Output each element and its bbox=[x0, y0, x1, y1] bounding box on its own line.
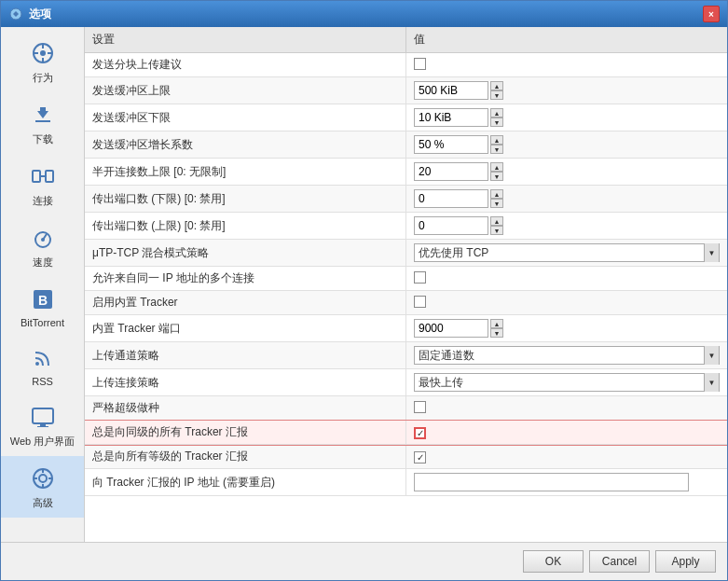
sidebar-label-rss: RSS bbox=[32, 376, 53, 387]
spinbox-up-outgoing-port-upper[interactable]: ▲ bbox=[490, 216, 503, 226]
spinbox-outgoing-port-lower[interactable]: ▲▼ bbox=[414, 189, 720, 208]
row-label-enable-builtin-tracker: 启用内置 Tracker bbox=[85, 291, 406, 315]
spinbox-up-half-open-limit[interactable]: ▲ bbox=[490, 162, 503, 172]
table-row: 发送分块上传建议 bbox=[85, 53, 727, 77]
text-input-tracker-ip[interactable] bbox=[414, 473, 689, 491]
spinbox-down-send-buf-max[interactable]: ▼ bbox=[490, 90, 503, 100]
ok-button[interactable]: OK bbox=[523, 550, 584, 573]
dropdown-text-upload-choking-strategy: 最快上传 bbox=[415, 374, 704, 392]
table-header-row: 设置 值 bbox=[85, 27, 727, 53]
dropdown-upload-choking-strategy[interactable]: 最快上传▼ bbox=[414, 373, 720, 392]
sidebar-icon-behavior bbox=[28, 38, 58, 68]
spinbox-down-send-buf-factor[interactable]: ▼ bbox=[490, 145, 503, 154]
sidebar-item-web-ui[interactable]: Web 用户界面 bbox=[1, 394, 84, 456]
row-value-utp-tcp-mixed[interactable]: 优先使用 TCP▼ bbox=[406, 240, 728, 267]
checkbox-allow-same-ip[interactable] bbox=[414, 271, 426, 284]
spinbox-half-open-limit[interactable]: ▲▼ bbox=[414, 162, 720, 181]
row-value-half-open-limit[interactable]: ▲▼ bbox=[406, 159, 728, 186]
settings-table-container[interactable]: 设置 值 发送分块上传建议发送缓冲区上限▲▼发送缓冲区下限▲▼发送缓冲区增长系数… bbox=[85, 27, 727, 542]
spinbox-up-outgoing-port-lower[interactable]: ▲ bbox=[490, 189, 503, 199]
row-label-half-open-limit: 半开连接数上限 [0: 无限制] bbox=[85, 159, 406, 186]
row-value-outgoing-port-upper[interactable]: ▲▼ bbox=[406, 213, 728, 240]
row-value-builtin-tracker-port[interactable]: ▲▼ bbox=[406, 315, 728, 342]
row-label-upload-slots-strategy: 上传通道策略 bbox=[85, 342, 406, 369]
spinbox-up-builtin-tracker-port[interactable]: ▲ bbox=[490, 319, 503, 328]
spinbox-up-send-buf-min[interactable]: ▲ bbox=[490, 108, 503, 118]
sidebar-item-download[interactable]: 下载 bbox=[1, 92, 84, 154]
spinbox-down-half-open-limit[interactable]: ▼ bbox=[490, 172, 503, 181]
checkbox-tracker-report-all-tier[interactable] bbox=[414, 451, 426, 463]
dropdown-arrow-upload-slots-strategy[interactable]: ▼ bbox=[704, 346, 719, 365]
apply-button[interactable]: Apply bbox=[655, 550, 716, 573]
checkbox-tracker-report-same-tier[interactable] bbox=[414, 427, 426, 439]
sidebar-item-speed[interactable]: 速度 bbox=[1, 215, 84, 277]
row-label-outgoing-port-lower: 传出端口数 (下限) [0: 禁用] bbox=[85, 186, 406, 213]
sidebar-item-behavior[interactable]: 行为 bbox=[1, 31, 84, 92]
svg-rect-3 bbox=[42, 44, 44, 48]
row-value-tracker-report-same-tier bbox=[406, 421, 728, 445]
spinbox-down-outgoing-port-lower[interactable]: ▼ bbox=[490, 199, 503, 208]
table-row: 允许来自同一 IP 地址的多个连接 bbox=[85, 267, 727, 291]
table-row: 启用内置 Tracker bbox=[85, 291, 727, 315]
spinbox-up-send-buf-max[interactable]: ▲ bbox=[490, 81, 503, 90]
sidebar-item-rss[interactable]: RSS bbox=[1, 336, 84, 394]
spinbox-down-builtin-tracker-port[interactable]: ▼ bbox=[490, 328, 503, 338]
sidebar-label-connection: 连接 bbox=[33, 194, 53, 208]
window-icon bbox=[8, 7, 23, 21]
row-value-send-buf-max[interactable]: ▲▼ bbox=[406, 77, 728, 104]
footer: OK Cancel Apply bbox=[1, 542, 727, 580]
sidebar-icon-download bbox=[28, 100, 58, 130]
dropdown-arrow-upload-choking-strategy[interactable]: ▼ bbox=[704, 373, 719, 392]
sidebar-icon-advanced bbox=[28, 463, 58, 493]
spinbox-input-send-buf-min[interactable] bbox=[414, 108, 488, 127]
row-value-upload-slots-strategy[interactable]: 固定通道数▼ bbox=[406, 342, 728, 369]
svg-rect-20 bbox=[37, 426, 48, 427]
checkbox-enable-builtin-tracker[interactable] bbox=[414, 296, 426, 308]
dropdown-utp-tcp-mixed[interactable]: 优先使用 TCP▼ bbox=[414, 243, 720, 262]
sidebar-item-connection[interactable]: 连接 bbox=[1, 154, 84, 215]
spinbox-up-send-buf-factor[interactable]: ▲ bbox=[490, 135, 503, 145]
checkbox-strict-super-seeding[interactable] bbox=[414, 401, 426, 413]
checkbox-send-block-suggest[interactable] bbox=[414, 58, 426, 70]
sidebar-item-bittorrent[interactable]: BBitTorrent bbox=[1, 277, 84, 336]
cancel-button[interactable]: Cancel bbox=[589, 550, 650, 573]
dropdown-text-upload-slots-strategy: 固定通道数 bbox=[415, 347, 704, 365]
row-value-allow-same-ip bbox=[406, 267, 728, 291]
spinbox-outgoing-port-upper[interactable]: ▲▼ bbox=[414, 216, 720, 235]
row-value-upload-choking-strategy[interactable]: 最快上传▼ bbox=[406, 369, 728, 396]
spinbox-input-half-open-limit[interactable] bbox=[414, 162, 488, 181]
spinbox-down-outgoing-port-upper[interactable]: ▼ bbox=[490, 226, 503, 235]
svg-point-17 bbox=[35, 362, 39, 366]
row-value-tracker-ip[interactable] bbox=[406, 469, 728, 496]
svg-rect-18 bbox=[33, 408, 53, 423]
spinbox-builtin-tracker-port[interactable]: ▲▼ bbox=[414, 319, 720, 338]
spinbox-input-send-buf-factor[interactable] bbox=[414, 135, 488, 154]
svg-rect-4 bbox=[42, 58, 44, 62]
row-label-send-buf-max: 发送缓冲区上限 bbox=[85, 77, 406, 104]
spinbox-send-buf-max[interactable]: ▲▼ bbox=[414, 81, 720, 100]
spinbox-input-builtin-tracker-port[interactable] bbox=[414, 319, 488, 338]
row-value-send-buf-min[interactable]: ▲▼ bbox=[406, 104, 728, 131]
spinbox-input-outgoing-port-lower[interactable] bbox=[414, 189, 488, 208]
dropdown-text-utp-tcp-mixed: 优先使用 TCP bbox=[415, 244, 704, 262]
row-value-send-buf-factor[interactable]: ▲▼ bbox=[406, 131, 728, 159]
spinbox-down-send-buf-min[interactable]: ▼ bbox=[490, 118, 503, 127]
svg-rect-5 bbox=[34, 52, 38, 54]
table-row: 总是向所有等级的 Tracker 汇报 bbox=[85, 445, 727, 469]
sidebar-label-behavior: 行为 bbox=[33, 71, 53, 85]
sidebar-label-speed: 速度 bbox=[33, 256, 53, 270]
spinbox-send-buf-factor[interactable]: ▲▼ bbox=[414, 135, 720, 154]
row-label-utp-tcp-mixed: μTP-TCP 混合模式策略 bbox=[85, 240, 406, 267]
title-bar: 选项 × bbox=[1, 1, 727, 27]
spinbox-input-outgoing-port-upper[interactable] bbox=[414, 216, 488, 235]
svg-rect-19 bbox=[40, 423, 46, 426]
close-button[interactable]: × bbox=[703, 6, 720, 22]
spinbox-send-buf-min[interactable]: ▲▼ bbox=[414, 108, 720, 127]
row-value-outgoing-port-lower[interactable]: ▲▼ bbox=[406, 186, 728, 213]
spinbox-input-send-buf-max[interactable] bbox=[414, 81, 488, 100]
row-value-send-block-suggest bbox=[406, 53, 728, 77]
dropdown-upload-slots-strategy[interactable]: 固定通道数▼ bbox=[414, 346, 720, 365]
sidebar-item-advanced[interactable]: 高级 bbox=[1, 456, 84, 518]
svg-marker-8 bbox=[37, 107, 48, 118]
dropdown-arrow-utp-tcp-mixed[interactable]: ▼ bbox=[704, 243, 719, 262]
